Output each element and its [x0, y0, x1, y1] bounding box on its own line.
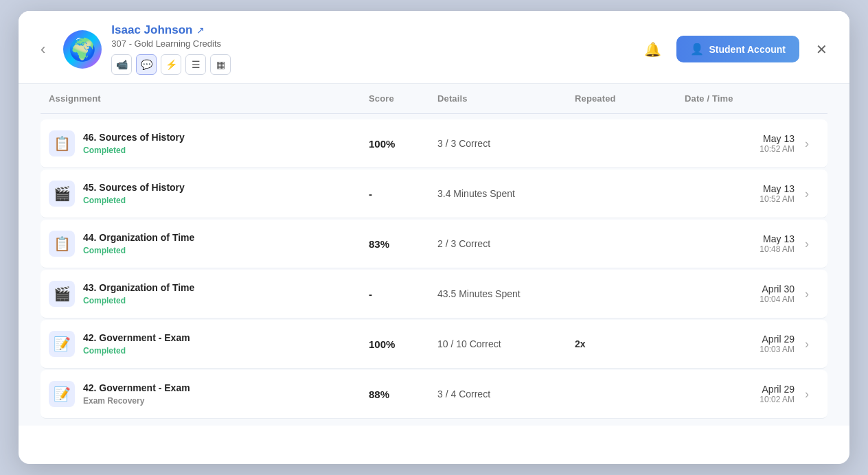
col-arrow — [795, 93, 819, 104]
date-main: May 13 — [763, 183, 795, 194]
date-cell: April 29 10:02 AM — [685, 384, 795, 404]
assignment-icon: 🎬 — [49, 181, 75, 207]
date-time: 10:52 AM — [760, 144, 795, 154]
assignment-cell: 📝 42. Government - Exam Completed — [49, 331, 369, 357]
date-cell: April 29 10:03 AM — [685, 334, 795, 354]
tool-list[interactable]: ☰ — [185, 54, 206, 75]
main-modal: ‹ 🌍 Isaac Johnson ↗ 307 - Gold Learning … — [19, 11, 849, 464]
score-cell: - — [369, 188, 437, 200]
assignment-cell: 🎬 43. Organization of Time Completed — [49, 281, 369, 307]
chevron-icon: › — [795, 287, 819, 301]
back-button[interactable]: ‹ — [35, 39, 51, 60]
assignment-status: Completed — [83, 245, 126, 256]
details-cell: 3 / 4 Correct — [437, 389, 575, 399]
table-row[interactable]: 🎬 45. Sources of History Completed - 3.4… — [41, 170, 827, 218]
assignment-details: 42. Government - Exam Exam Recovery — [83, 382, 190, 406]
assignment-cell: 🎬 45. Sources of History Completed — [49, 181, 369, 207]
user-info: Isaac Johnson ↗ 307 - Gold Learning Cred… — [111, 23, 630, 75]
date-main: April 30 — [762, 283, 795, 294]
assignment-status: Completed — [83, 145, 126, 156]
assignment-icon: 📋 — [49, 231, 75, 257]
user-credits: 307 - Gold Learning Credits — [111, 38, 630, 49]
avatar: 🌍 — [63, 30, 102, 69]
score-cell: 100% — [369, 138, 437, 150]
date-time: 10:48 AM — [760, 244, 795, 254]
assignment-name: 45. Sources of History — [83, 182, 185, 193]
details-cell: 2 / 3 Correct — [437, 238, 575, 249]
table-row[interactable]: 📋 46. Sources of History Completed 100% … — [41, 119, 827, 168]
table-container: Assignment Score Details Repeated Date /… — [19, 84, 849, 426]
col-repeated: Repeated — [575, 93, 685, 104]
details-cell: 3.4 Minutes Spent — [437, 188, 575, 199]
assignment-icon: 📋 — [49, 130, 75, 157]
chevron-icon: › — [795, 387, 819, 402]
tool-table[interactable]: ▦ — [210, 54, 231, 75]
col-assignment: Assignment — [49, 93, 369, 104]
date-cell: May 13 10:52 AM — [685, 133, 795, 154]
assignment-details: 44. Organization of Time Completed — [83, 232, 194, 256]
score-cell: 83% — [369, 238, 437, 250]
date-time: 10:04 AM — [760, 294, 795, 304]
assignment-name: 44. Organization of Time — [83, 232, 194, 243]
assignment-cell: 📝 42. Government - Exam Exam Recovery — [49, 381, 369, 407]
header: ‹ 🌍 Isaac Johnson ↗ 307 - Gold Learning … — [19, 11, 849, 84]
table-row[interactable]: 🎬 43. Organization of Time Completed - 4… — [41, 270, 827, 318]
assignment-status: Completed — [83, 195, 126, 206]
user-name: Isaac Johnson — [111, 23, 192, 37]
table-row[interactable]: 📋 44. Organization of Time Completed 83%… — [41, 220, 827, 268]
assignment-status: Completed — [83, 345, 126, 356]
chevron-icon: › — [795, 137, 819, 151]
col-details: Details — [437, 93, 575, 104]
student-account-button[interactable]: 👤 Student Account — [676, 36, 799, 62]
score-cell: - — [369, 288, 437, 300]
assignment-icon: 📝 — [49, 381, 75, 407]
score-cell: 88% — [369, 389, 437, 400]
tool-bolt[interactable]: ⚡ — [161, 54, 181, 75]
avatar-emoji: 🌍 — [69, 36, 96, 62]
assignment-icon: 🎬 — [49, 281, 75, 307]
assignment-name: 42. Government - Exam — [83, 382, 190, 393]
user-name-row: Isaac Johnson ↗ — [111, 23, 630, 37]
student-account-label: Student Account — [709, 44, 786, 55]
assignment-status: Exam Recovery — [83, 395, 144, 406]
col-score: Score — [369, 93, 437, 104]
date-time: 10:52 AM — [760, 194, 795, 204]
date-cell: May 13 10:48 AM — [685, 233, 795, 254]
details-cell: 10 / 10 Correct — [437, 338, 575, 349]
chevron-icon: › — [795, 337, 819, 351]
assignment-status: Completed — [83, 295, 126, 306]
user-tools: 📹 💬 ⚡ ☰ ▦ — [111, 54, 630, 75]
assignment-details: 46. Sources of History Completed — [83, 132, 185, 156]
close-button[interactable]: ✕ — [810, 37, 833, 62]
header-actions: 🔔 👤 Student Account ✕ — [640, 36, 833, 62]
tool-chat[interactable]: 💬 — [136, 54, 157, 75]
tool-video[interactable]: 📹 — [111, 54, 132, 75]
details-cell: 43.5 Minutes Spent — [437, 288, 575, 299]
score-cell: 100% — [369, 338, 437, 350]
assignment-details: 42. Government - Exam Completed — [83, 332, 190, 356]
assignment-name: 46. Sources of History — [83, 132, 185, 143]
assignment-name: 43. Organization of Time — [83, 282, 194, 293]
chevron-icon: › — [795, 237, 819, 251]
assignment-details: 43. Organization of Time Completed — [83, 282, 194, 306]
table-row[interactable]: 📝 42. Government - Exam Completed 100% 1… — [41, 320, 827, 369]
table-row[interactable]: 📝 42. Government - Exam Exam Recovery 88… — [41, 370, 827, 419]
date-main: May 13 — [763, 233, 795, 244]
table-header: Assignment Score Details Repeated Date /… — [41, 84, 827, 114]
rows-wrapper: 📋 46. Sources of History Completed 100% … — [41, 114, 827, 426]
details-cell: 3 / 3 Correct — [437, 138, 575, 149]
date-main: April 29 — [762, 384, 795, 395]
date-time: 10:02 AM — [760, 395, 795, 404]
external-link-icon[interactable]: ↗ — [196, 25, 205, 36]
date-main: April 29 — [762, 334, 795, 345]
assignment-details: 45. Sources of History Completed — [83, 182, 185, 206]
chevron-icon: › — [795, 187, 819, 201]
bell-button[interactable]: 🔔 — [640, 37, 665, 62]
date-cell: May 13 10:52 AM — [685, 183, 795, 204]
assignment-icon: 📝 — [49, 331, 75, 357]
assignment-name: 42. Government - Exam — [83, 332, 190, 343]
assignment-cell: 📋 46. Sources of History Completed — [49, 130, 369, 157]
col-datetime: Date / Time — [685, 93, 795, 104]
date-main: May 13 — [763, 133, 795, 144]
repeated-cell: 2x — [575, 338, 685, 349]
